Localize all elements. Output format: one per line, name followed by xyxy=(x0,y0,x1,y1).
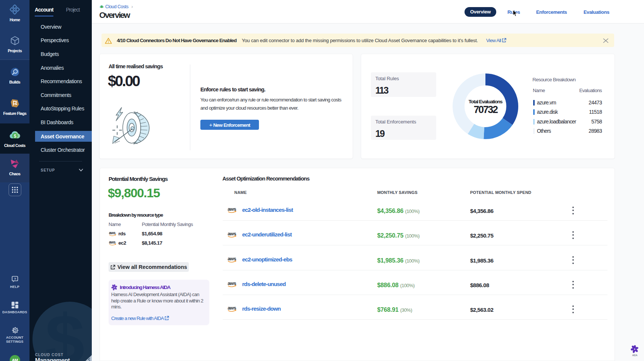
svg-text:70732: 70732 xyxy=(473,104,497,115)
svg-text:?: ? xyxy=(14,277,16,281)
svg-text:Total Evaluations: Total Evaluations xyxy=(469,99,503,104)
svg-text:aws: aws xyxy=(109,240,116,244)
svg-text:aws: aws xyxy=(109,231,116,235)
